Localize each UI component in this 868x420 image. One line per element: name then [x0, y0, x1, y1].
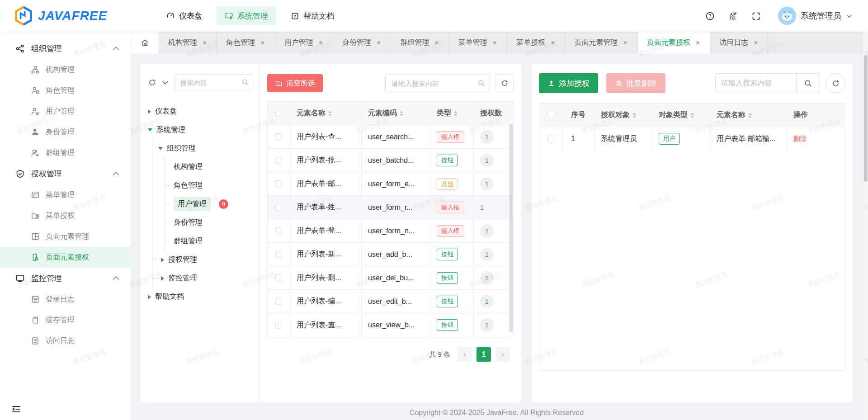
- close-icon[interactable]: ×: [550, 38, 556, 47]
- table-row[interactable]: 用户列表-编... user_edit_b... 按钮 1: [268, 290, 513, 313]
- table-row[interactable]: 1 系统管理员 用户 用户表单-邮箱输... 删除: [539, 127, 845, 151]
- sidebar-section-authorization[interactable]: 授权管理: [0, 163, 131, 184]
- close-icon[interactable]: ×: [318, 38, 324, 47]
- sidebar-item-login-log[interactable]: 登录日志: [0, 289, 131, 310]
- tree-node-identity[interactable]: 身份管理: [171, 213, 253, 232]
- tab-group[interactable]: 群组管理×: [391, 32, 449, 54]
- close-icon[interactable]: ×: [695, 38, 701, 47]
- row-checkbox[interactable]: [275, 133, 282, 140]
- caret-down-icon[interactable]: [148, 128, 152, 132]
- nav-help[interactable]: ? 帮助文档: [283, 6, 342, 25]
- sort-icon[interactable]: [400, 111, 403, 116]
- authorization-search-input[interactable]: [716, 74, 796, 93]
- caret-down-icon[interactable]: [158, 147, 163, 150]
- sidebar-item-role[interactable]: 角色管理: [0, 80, 131, 101]
- row-checkbox[interactable]: [275, 204, 282, 211]
- scrollbar-thumb[interactable]: [864, 55, 868, 182]
- chevron-down-icon[interactable]: [161, 78, 170, 87]
- tab-menu-auth[interactable]: 菜单授权×: [507, 32, 565, 54]
- tab-page-element-mgmt[interactable]: 页面元素管理×: [565, 32, 637, 54]
- row-checkbox[interactable]: [275, 227, 282, 234]
- delete-link[interactable]: 删除: [793, 135, 807, 143]
- close-icon[interactable]: ×: [622, 38, 628, 47]
- table-row[interactable]: 用户列表-新... user_add_b... 按钮 1: [268, 243, 513, 266]
- sort-icon[interactable]: [690, 113, 694, 118]
- sidebar-item-institution[interactable]: 机构管理: [0, 59, 131, 80]
- sort-icon[interactable]: [748, 113, 752, 118]
- sort-icon[interactable]: [328, 111, 332, 116]
- table-row[interactable]: 用户列表-查... user_search... 输入框 1: [268, 125, 513, 149]
- tab-access-log[interactable]: 访问日志×: [710, 32, 768, 54]
- tree-node-group[interactable]: 群组管理: [171, 232, 253, 250]
- next-page-button[interactable]: ›: [495, 347, 510, 362]
- nav-system[interactable]: 系统管理: [217, 6, 276, 25]
- sort-icon[interactable]: [632, 113, 636, 118]
- table-row[interactable]: 用户表单-姓... user_form_r... 输入框 1: [268, 196, 513, 219]
- prev-page-button[interactable]: ‹: [458, 347, 472, 362]
- close-icon[interactable]: ×: [376, 38, 382, 47]
- close-icon[interactable]: ×: [492, 38, 498, 47]
- user-menu[interactable]: 系统管理员: [774, 7, 853, 25]
- sort-icon[interactable]: [454, 111, 458, 116]
- element-search-input[interactable]: [385, 74, 490, 92]
- sidebar-item-cache[interactable]: 缓存管理: [0, 310, 131, 330]
- refresh-button[interactable]: [826, 73, 845, 93]
- row-checkbox[interactable]: [275, 274, 282, 281]
- row-checkbox[interactable]: [275, 157, 282, 164]
- row-checkbox[interactable]: [547, 136, 554, 142]
- brand-logo[interactable]: JAVAFREE: [0, 6, 131, 26]
- table-row[interactable]: 用户列表-查... user_view_b... 按钮 1: [268, 313, 513, 337]
- tree-node-user[interactable]: 用户管理 9: [171, 195, 253, 213]
- tree-node-system[interactable]: 系统管理: [148, 121, 253, 139]
- sidebar-section-organization[interactable]: 组织管理: [0, 38, 131, 59]
- batch-delete-button[interactable]: 批量删除: [606, 73, 665, 93]
- caret-right-icon[interactable]: [161, 276, 164, 281]
- fullscreen-icon[interactable]: [751, 11, 761, 21]
- sidebar-item-menu-auth[interactable]: 菜单授权: [0, 205, 131, 226]
- clear-selection-button[interactable]: 清空所选: [267, 74, 323, 92]
- close-icon[interactable]: ×: [434, 38, 439, 47]
- table-row[interactable]: 用户表单-邮... user_form_e... 其他 1: [268, 172, 513, 196]
- search-button[interactable]: [796, 74, 820, 93]
- tree-node-authorization[interactable]: 授权管理: [158, 250, 253, 269]
- tree-node-dashboard[interactable]: 仪表盘: [148, 102, 253, 121]
- tab-identity[interactable]: 身份管理×: [333, 32, 391, 54]
- tab-home[interactable]: [131, 32, 159, 54]
- row-checkbox[interactable]: [275, 298, 282, 305]
- tree-node-monitor[interactable]: 监控管理: [158, 269, 253, 288]
- add-authorization-button[interactable]: 添加授权: [539, 73, 598, 93]
- tab-page-element-auth[interactable]: 页面元素授权×: [638, 32, 710, 54]
- table-row[interactable]: 用户列表-删... user_del_bu... 按钮 1: [268, 266, 513, 290]
- tree-node-institution[interactable]: 机构管理: [171, 158, 253, 176]
- table-row[interactable]: 用户表单-登... user_form_n... 输入框 1: [268, 219, 513, 243]
- sidebar-item-menu-mgmt[interactable]: 菜单管理: [0, 184, 131, 205]
- tree-node-role[interactable]: 角色管理: [171, 176, 253, 195]
- current-page-button[interactable]: 1: [476, 347, 491, 362]
- sidebar-item-page-element-auth[interactable]: 页面元素授权: [0, 247, 131, 268]
- sidebar-section-monitor[interactable]: 监控管理: [0, 268, 131, 289]
- nav-dashboard[interactable]: 仪表盘: [158, 6, 210, 25]
- translate-icon[interactable]: A 文: [728, 11, 738, 21]
- sidebar-item-group[interactable]: 群组管理: [0, 142, 131, 163]
- question-circle-icon[interactable]: ?: [705, 11, 715, 21]
- sidebar-item-user[interactable]: 用户管理: [0, 101, 131, 122]
- row-checkbox[interactable]: [275, 251, 282, 258]
- close-icon[interactable]: ×: [259, 38, 265, 47]
- tree-node-help[interactable]: 帮助文档: [148, 288, 253, 306]
- sidebar-item-access-log[interactable]: 访问日志: [0, 330, 131, 351]
- caret-right-icon[interactable]: [148, 295, 151, 299]
- close-icon[interactable]: ×: [753, 38, 759, 47]
- tab-institution[interactable]: 机构管理×: [159, 32, 217, 54]
- table-scrollbar-thumb[interactable]: [509, 124, 513, 332]
- sidebar-item-identity[interactable]: 身份管理: [0, 122, 131, 142]
- close-icon[interactable]: ×: [202, 38, 208, 47]
- select-all-checkbox[interactable]: [547, 112, 554, 118]
- table-row[interactable]: 用户列表-批... user_batchd... 按钮 1: [268, 149, 513, 172]
- tree-node-organization[interactable]: 组织管理: [158, 139, 253, 158]
- tab-role[interactable]: 角色管理×: [217, 32, 275, 54]
- caret-right-icon[interactable]: [148, 109, 151, 114]
- select-all-checkbox[interactable]: [275, 110, 282, 117]
- table-refresh-button[interactable]: [495, 74, 514, 92]
- caret-right-icon[interactable]: [161, 258, 164, 262]
- row-checkbox[interactable]: [275, 322, 282, 329]
